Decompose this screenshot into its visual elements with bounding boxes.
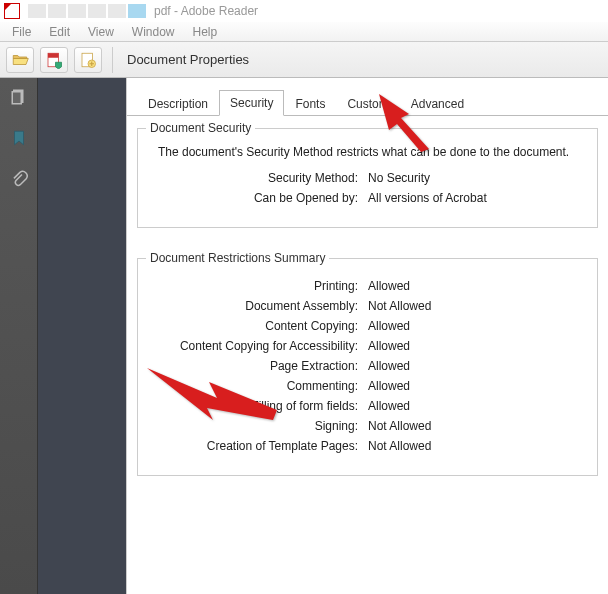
group-title: Document Security xyxy=(146,121,255,135)
restriction-row: Document Assembly:Not Allowed xyxy=(148,299,587,313)
security-method-value: No Security xyxy=(368,171,430,185)
restrictions-group: Document Restrictions Summary Printing:A… xyxy=(137,258,598,476)
window-thumb[interactable] xyxy=(108,4,126,18)
restriction-value: Allowed xyxy=(368,279,410,293)
restriction-row: Printing:Allowed xyxy=(148,279,587,293)
restriction-label: Content Copying: xyxy=(148,319,368,333)
restriction-row: Creation of Template Pages:Not Allowed xyxy=(148,439,587,453)
restriction-label: Commenting: xyxy=(148,379,368,393)
svg-rect-1 xyxy=(48,53,59,58)
main-area: Description Security Fonts Custom Advanc… xyxy=(0,78,608,594)
restriction-value: Allowed xyxy=(368,399,410,413)
folder-open-icon xyxy=(11,51,29,69)
open-button[interactable] xyxy=(6,47,34,73)
menu-window[interactable]: Window xyxy=(124,23,183,41)
tab-fonts[interactable]: Fonts xyxy=(284,91,336,116)
toolbar: Document Properties xyxy=(0,42,608,78)
new-document-icon xyxy=(79,51,97,69)
pdf-save-icon xyxy=(45,51,63,69)
restriction-row: Content Copying for Accessibility:Allowe… xyxy=(148,339,587,353)
attachments-icon[interactable] xyxy=(10,170,28,191)
restriction-row: Content Copying:Allowed xyxy=(148,319,587,333)
restriction-value: Allowed xyxy=(368,359,410,373)
window-thumb[interactable] xyxy=(68,4,86,18)
restriction-value: Not Allowed xyxy=(368,299,431,313)
restriction-row: Commenting:Allowed xyxy=(148,379,587,393)
restriction-value: Not Allowed xyxy=(368,439,431,453)
group-title: Document Restrictions Summary xyxy=(146,251,329,265)
menu-file[interactable]: File xyxy=(4,23,39,41)
restriction-label: Creation of Template Pages: xyxy=(148,439,368,453)
window-thumbnails xyxy=(28,4,146,18)
toolbar-separator xyxy=(112,47,113,73)
opened-by-label: Can be Opened by: xyxy=(148,191,368,205)
opened-by-value: All versions of Acrobat xyxy=(368,191,487,205)
restriction-label: Content Copying for Accessibility: xyxy=(148,339,368,353)
svg-rect-5 xyxy=(12,92,21,104)
restriction-row: Filling of form fields:Allowed xyxy=(148,399,587,413)
document-properties-dialog: Description Security Fonts Custom Advanc… xyxy=(126,78,608,594)
tab-advanced[interactable]: Advanced xyxy=(400,91,475,116)
tab-security[interactable]: Security xyxy=(219,90,284,116)
restriction-value: Allowed xyxy=(368,339,410,353)
opened-by-row: Can be Opened by: All versions of Acroba… xyxy=(148,191,587,205)
restriction-label: Signing: xyxy=(148,419,368,433)
menubar: File Edit View Window Help xyxy=(0,22,608,42)
adobe-reader-icon xyxy=(4,3,20,19)
restriction-value: Not Allowed xyxy=(368,419,431,433)
navigation-pane xyxy=(0,78,38,594)
restriction-value: Allowed xyxy=(368,379,410,393)
document-security-group: Document Security The document's Securit… xyxy=(137,128,598,228)
restriction-label: Printing: xyxy=(148,279,368,293)
window-thumb[interactable] xyxy=(28,4,46,18)
save-pdf-button[interactable] xyxy=(40,47,68,73)
restriction-value: Allowed xyxy=(368,319,410,333)
document-background xyxy=(38,78,126,594)
menu-help[interactable]: Help xyxy=(185,23,226,41)
create-pdf-button[interactable] xyxy=(74,47,102,73)
menu-view[interactable]: View xyxy=(80,23,122,41)
thumbnails-icon[interactable] xyxy=(10,88,28,109)
restriction-row: Page Extraction:Allowed xyxy=(148,359,587,373)
tab-description[interactable]: Description xyxy=(137,91,219,116)
window-thumb[interactable] xyxy=(88,4,106,18)
security-method-row: Security Method: No Security xyxy=(148,171,587,185)
window-thumb[interactable] xyxy=(48,4,66,18)
restriction-label: Document Assembly: xyxy=(148,299,368,313)
bookmarks-icon[interactable] xyxy=(10,129,28,150)
dialog-title: Document Properties xyxy=(127,52,249,67)
security-intro-text: The document's Security Method restricts… xyxy=(158,145,587,159)
window-thumb-active[interactable] xyxy=(128,4,146,18)
security-method-label: Security Method: xyxy=(148,171,368,185)
tab-custom[interactable]: Custom xyxy=(336,91,399,116)
restriction-row: Signing:Not Allowed xyxy=(148,419,587,433)
tab-strip: Description Security Fonts Custom Advanc… xyxy=(127,86,608,116)
titlebar: pdf - Adobe Reader xyxy=(0,0,608,22)
restriction-label: Filling of form fields: xyxy=(148,399,368,413)
window-title: pdf - Adobe Reader xyxy=(154,4,258,18)
menu-edit[interactable]: Edit xyxy=(41,23,78,41)
restriction-label: Page Extraction: xyxy=(148,359,368,373)
